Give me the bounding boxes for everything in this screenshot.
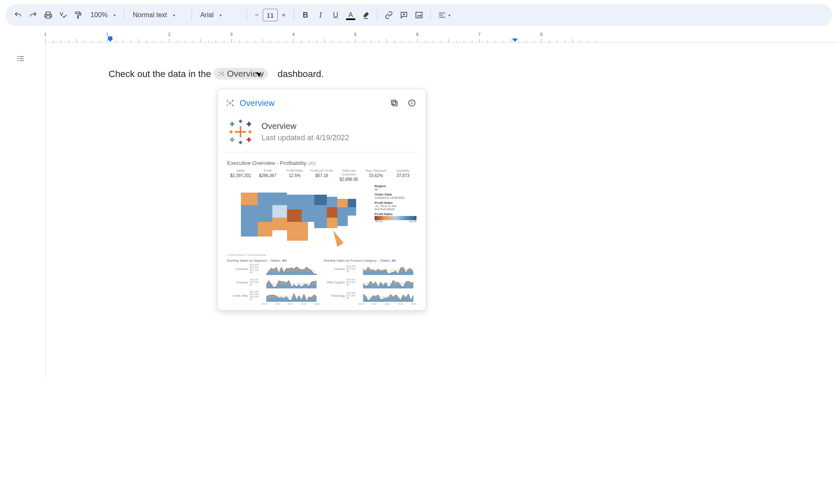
italic-button[interactable]: I	[313, 8, 328, 22]
popup-divider	[224, 152, 420, 152]
kpi-cell: Profit per Order$57.18	[308, 169, 336, 182]
map-panel: © 2023 Mapbox © OpenStreetMap	[227, 184, 372, 256]
insert-link-button[interactable]	[382, 8, 396, 22]
highlight-button[interactable]	[359, 8, 373, 22]
text-before: Check out the data in the	[109, 69, 214, 79]
color-gradient-legend	[375, 216, 416, 220]
svg-rect-28	[337, 199, 348, 207]
tableau-icon	[225, 98, 235, 108]
popup-updated: Last updated at 4/19/2022	[261, 134, 349, 142]
svg-point-7	[411, 101, 412, 102]
svg-rect-15	[272, 205, 287, 218]
zoom-dropdown[interactable]: 100%	[86, 11, 120, 19]
dash-title: Executive Overview - Profitability (All)	[227, 160, 416, 166]
svg-rect-21	[302, 207, 314, 222]
svg-rect-30	[337, 216, 348, 226]
text-after: dashboard.	[278, 69, 324, 79]
redo-icon	[29, 11, 37, 19]
svg-rect-18	[287, 209, 302, 222]
kpi-cell: Profit$286,397	[254, 169, 282, 182]
align-dropdown[interactable]	[435, 8, 449, 22]
font-size-group: − +	[251, 9, 290, 21]
paint-roller-icon	[74, 11, 83, 19]
kpi-row: Sales$2,297,201Profit$286,397Profit Rati…	[227, 169, 416, 182]
kpi-cell: Avg. Discount15.62%	[362, 169, 390, 182]
spellcheck-button[interactable]	[56, 8, 70, 22]
svg-rect-0	[416, 12, 422, 18]
chip-preview-popup: Overview	[217, 89, 426, 311]
document-page[interactable]: Check out the data in the Overview dashb…	[45, 43, 577, 378]
outline-toggle-button[interactable]	[14, 52, 28, 65]
info-button[interactable]	[406, 97, 418, 109]
svg-rect-8	[241, 193, 258, 205]
separator	[430, 10, 431, 21]
svg-rect-22	[314, 195, 327, 205]
svg-point-1	[18, 56, 19, 57]
svg-rect-14	[272, 193, 287, 205]
copy-button[interactable]	[388, 97, 401, 109]
svg-rect-25	[327, 197, 337, 207]
style-dropdown[interactable]: Normal text	[129, 11, 187, 19]
svg-rect-5	[391, 100, 396, 104]
kpi-cell: Quantity37,873	[389, 169, 416, 182]
category-panel: Monthly Sales by Product Category – Stat…	[324, 259, 416, 305]
text-color-button[interactable]: A	[344, 8, 358, 22]
dashboard-thumbnail: Executive Overview - Profitability (All)…	[225, 157, 418, 307]
left-indent-marker[interactable]	[107, 39, 113, 42]
copy-icon	[390, 99, 398, 107]
svg-rect-10	[241, 220, 258, 237]
font-size-input[interactable]	[263, 9, 278, 21]
font-dropdown[interactable]: Arial	[196, 11, 242, 19]
info-icon	[408, 99, 416, 107]
align-left-icon	[438, 11, 446, 19]
kpi-cell: Sales per Customer$2,896.85	[335, 169, 362, 182]
tableau-chip-icon	[218, 70, 225, 77]
sparkline-row: Home Office$60,000$40,000$20,000$0	[227, 289, 320, 302]
ruler[interactable]: 112345678	[45, 32, 838, 43]
sparkline-chart	[263, 276, 320, 288]
page-area: Check out the data in the Overview dashb…	[0, 43, 838, 378]
svg-rect-20	[302, 195, 314, 207]
outline-sidebar	[0, 43, 45, 378]
svg-point-3	[18, 60, 19, 62]
svg-rect-24	[314, 218, 327, 228]
sparkline-row: Office Supplies$40,000$20,000$0	[324, 276, 416, 288]
redo-button[interactable]	[26, 8, 40, 22]
svg-rect-13	[258, 222, 272, 237]
sparkline-chart	[263, 262, 320, 275]
sparkline-row: Corporate$40,000$20,000$0	[227, 276, 320, 288]
right-indent-marker[interactable]	[512, 39, 518, 42]
insert-image-button[interactable]	[412, 8, 426, 22]
separator	[191, 10, 192, 21]
svg-rect-17	[287, 195, 302, 209]
doc-text-line[interactable]: Check out the data in the Overview dashb…	[109, 68, 515, 80]
svg-rect-19	[287, 222, 308, 241]
print-button[interactable]	[41, 8, 55, 22]
sparkline-row: Technology$40,000$20,000$0	[324, 289, 416, 302]
map-attribution: © 2023 Mapbox © OpenStreetMap	[227, 254, 372, 256]
link-icon	[385, 11, 393, 19]
us-map-icon	[227, 184, 372, 251]
legend-panel: RegionAll Order Date1/3/2019 to 12/30/20…	[375, 184, 416, 256]
separator	[377, 10, 378, 21]
separator	[294, 10, 294, 21]
svg-rect-12	[258, 207, 272, 222]
bold-button[interactable]: B	[298, 8, 313, 22]
kpi-cell: Profit Ratio12.5%	[281, 169, 308, 182]
svg-rect-11	[258, 193, 272, 207]
font-size-decrease[interactable]: −	[251, 9, 263, 21]
popup-info: Overview Last updated at 4/19/2022	[227, 118, 416, 145]
underline-button[interactable]: U	[328, 8, 343, 22]
kpi-cell: Sales$2,297,201	[227, 169, 254, 182]
spellcheck-icon	[59, 11, 67, 19]
add-comment-button[interactable]	[397, 8, 411, 22]
popup-title[interactable]: Overview	[240, 98, 383, 108]
sparkline-chart	[360, 276, 416, 288]
image-icon	[415, 11, 423, 19]
paint-format-button[interactable]	[71, 8, 85, 22]
undo-button[interactable]	[11, 8, 25, 22]
comment-plus-icon	[400, 11, 408, 19]
separator	[246, 10, 247, 21]
font-size-increase[interactable]: +	[278, 9, 290, 21]
sparkline-chart	[263, 289, 320, 302]
